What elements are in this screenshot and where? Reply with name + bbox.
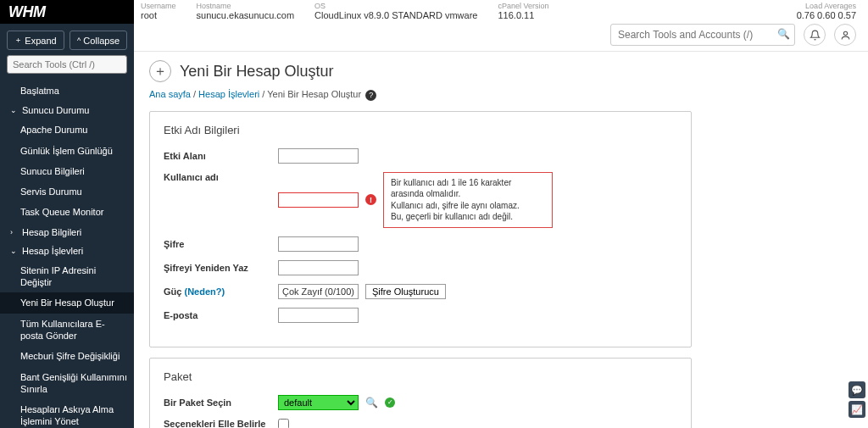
- load-avg-label: Load Averages: [797, 2, 856, 10]
- generate-password-button[interactable]: Şifre Oluşturucu: [365, 284, 446, 299]
- chat-button[interactable]: 💬: [849, 381, 865, 398]
- crumb-current: Yeni Bir Hesap Oluştur: [267, 89, 361, 99]
- os-value: CloudLinux v8.9.0 STANDARD vmware: [314, 10, 477, 20]
- hostname-value: sunucu.ekasunucu.com: [197, 10, 295, 20]
- cpanel-version-label: cPanel Version: [498, 2, 548, 10]
- user-menu-button[interactable]: [834, 24, 856, 46]
- crumb-home[interactable]: Ana sayfa: [149, 89, 191, 99]
- sidebar-item[interactable]: Tüm Kullanıcılara E-posta Gönder: [0, 314, 134, 347]
- password-confirm-input[interactable]: [278, 260, 359, 275]
- collapse-button[interactable]: ^Collapse: [70, 31, 127, 50]
- email-input[interactable]: [278, 308, 359, 323]
- sidebar-item[interactable]: Yeni Bir Hesap Oluştur: [0, 292, 134, 313]
- stats-button[interactable]: 📈: [849, 401, 865, 418]
- sidebar-item[interactable]: Mecburi Şifre Değişikliği: [0, 346, 134, 366]
- sidebar-item[interactable]: Apache Durumu: [0, 120, 134, 140]
- page-title: Yeni Bir Hesap Oluştur: [180, 63, 333, 81]
- svg-point-0: [843, 31, 847, 35]
- os-label: OS: [314, 2, 477, 10]
- breadcrumb: Ana sayfa / Hesap İşlevleri / Yeni Bir H…: [149, 89, 853, 101]
- sidebar-item[interactable]: Task Queue Monitor: [0, 202, 134, 222]
- add-account-icon: ＋: [149, 60, 171, 82]
- why-link[interactable]: (Neden?): [184, 286, 225, 297]
- package-select[interactable]: default: [278, 395, 359, 410]
- username-value: root: [141, 10, 176, 20]
- password-confirm-label: Şifreyi Yeniden Yaz: [164, 263, 278, 273]
- cpanel-version-value: 116.0.11: [498, 10, 548, 20]
- domain-input[interactable]: [278, 148, 359, 164]
- select-package-label: Bir Paket Seçin: [164, 397, 278, 408]
- whm-logo: WHM: [0, 0, 134, 24]
- sidebar-item[interactable]: Sitenin IP Adresini Değiştir: [0, 260, 134, 293]
- sidebar-item[interactable]: Bant Genişliği Kullanımını Sınırla: [0, 367, 134, 400]
- sidebar-item[interactable]: ⌄Sunucu Durumu: [0, 101, 134, 120]
- username-input[interactable]: [278, 192, 359, 208]
- search-icon[interactable]: 🔍: [777, 28, 790, 40]
- sidebar-item[interactable]: Günlük İşlem Günlüğü: [0, 141, 134, 161]
- sidebar-item[interactable]: Servis Durumu: [0, 181, 134, 202]
- package-heading: Paket: [164, 370, 677, 383]
- hostname-label: Hostname: [197, 2, 295, 10]
- sidebar-item[interactable]: Sunucu Bilgileri: [0, 161, 134, 181]
- password-input[interactable]: [278, 236, 359, 252]
- load-avg-value: 0.76 0.60 0.57: [797, 10, 856, 20]
- error-icon: !: [365, 194, 376, 205]
- domain-info-heading: Etki Adı Bilgileri: [164, 124, 677, 136]
- help-icon[interactable]: ?: [365, 90, 376, 101]
- package-valid-icon: ✓: [385, 397, 395, 408]
- sidebar-search-input[interactable]: [7, 55, 127, 74]
- email-label: E-posta: [164, 310, 278, 320]
- username-form-label: Kullanıcı adı: [164, 172, 278, 182]
- main-search-input[interactable]: [610, 24, 795, 46]
- username-error: Bir kullanıcı adı 1 ile 16 karakter aras…: [383, 172, 553, 228]
- password-label: Şifre: [164, 239, 278, 249]
- crumb-funcs[interactable]: Hesap İşlevleri: [198, 89, 259, 99]
- manual-options-checkbox[interactable]: [278, 419, 289, 429]
- manual-options-label: Seçenekleri Elle Belirle: [164, 419, 278, 428]
- sidebar-item[interactable]: Hesapları Askıya Alma İşlemini Yönet: [0, 399, 134, 428]
- domain-label: Etki Alanı: [164, 151, 278, 161]
- expand-button[interactable]: ＋Expand: [7, 31, 64, 50]
- sidebar-nav: Başlatma⌄Sunucu DurumuApache DurumuGünlü…: [0, 81, 134, 428]
- package-search-icon[interactable]: 🔍: [365, 397, 378, 409]
- sidebar-item[interactable]: ›Hesap Bilgileri: [0, 223, 134, 242]
- strength-label: Güç (Neden?): [164, 286, 278, 297]
- username-label: Username: [141, 2, 176, 10]
- notifications-button[interactable]: [804, 24, 826, 46]
- sidebar-item[interactable]: Başlatma: [0, 81, 134, 101]
- strength-meter: Çok Zayıf (0/100): [278, 284, 359, 299]
- sidebar-item[interactable]: ⌄Hesap İşlevleri: [0, 242, 134, 260]
